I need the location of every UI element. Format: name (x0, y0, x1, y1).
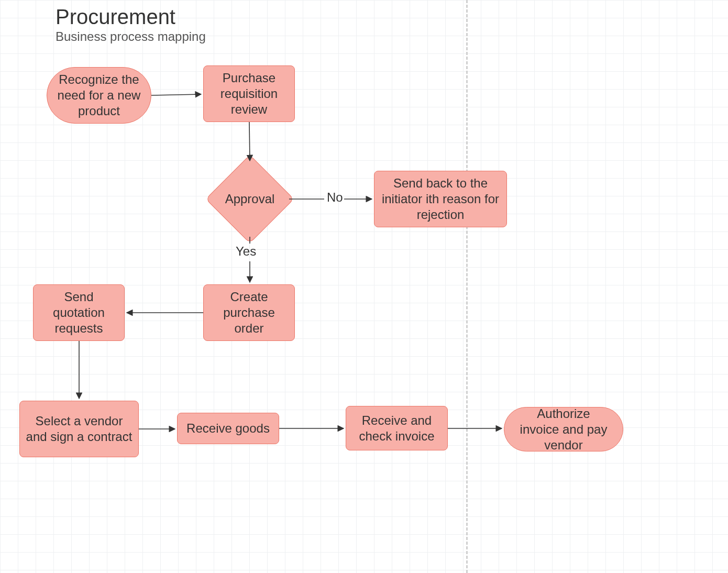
node-label: Receive goods (186, 421, 270, 436)
node-purchase-requisition-review[interactable]: Purchase requisition review (203, 65, 295, 122)
diagram-subtitle: Business process mapping (56, 29, 206, 44)
node-receive-check-invoice[interactable]: Receive and check invoice (346, 406, 448, 450)
node-create-purchase-order[interactable]: Create purchase order (203, 284, 295, 341)
node-label: Purchase requisition review (209, 70, 289, 117)
node-recognize-need[interactable]: Recognize the need for a new product (47, 67, 151, 124)
page-break-line (466, 0, 468, 573)
diagram-title: Procurement (56, 5, 175, 29)
node-label: Authorize invoice and pay vendor (518, 406, 609, 453)
edge-label-yes: Yes (236, 244, 256, 259)
node-label: Send quotation requests (39, 289, 119, 336)
node-send-quotation-requests[interactable]: Send quotation requests (33, 284, 125, 341)
node-receive-goods[interactable]: Receive goods (177, 413, 279, 444)
node-label: Send back to the initiator ith reason fo… (380, 175, 501, 223)
node-label: Recognize the need for a new product (52, 72, 146, 119)
node-select-vendor[interactable]: Select a vendor and sign a contract (19, 401, 139, 457)
node-label: Receive and check invoice (351, 413, 442, 444)
edge-label-no: No (327, 190, 343, 205)
node-label: Select a vendor and sign a contract (25, 413, 133, 445)
node-authorize-pay-vendor[interactable]: Authorize invoice and pay vendor (504, 407, 623, 451)
node-approval-decision[interactable]: Approval (218, 168, 281, 230)
node-label: Create purchase order (209, 289, 289, 336)
node-label: Approval (218, 168, 281, 230)
node-send-back-rejection[interactable]: Send back to the initiator ith reason fo… (374, 171, 507, 227)
